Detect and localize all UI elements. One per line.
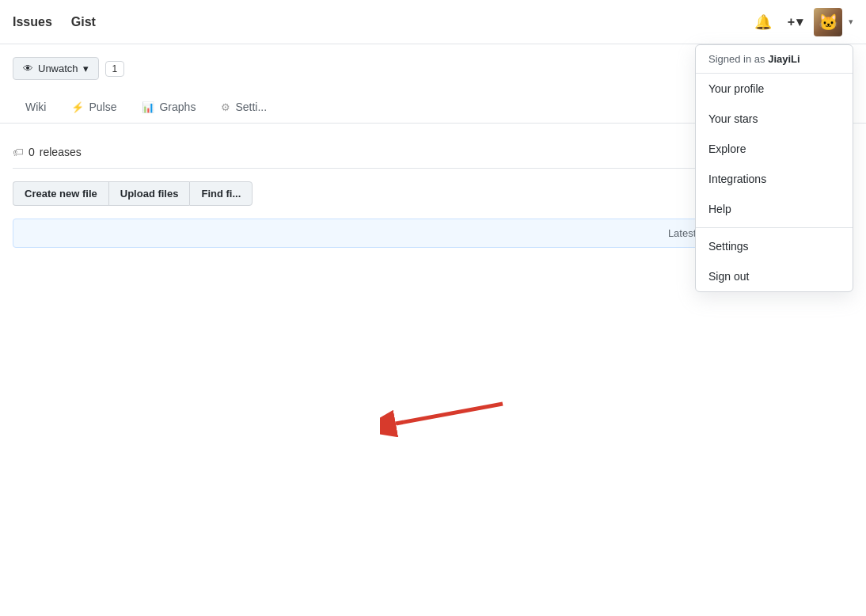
upload-files-button[interactable]: Upload files (108, 181, 190, 206)
nav-right: 🔔 + ▾ 🐱 ▾ (750, 8, 853, 36)
new-menu-button[interactable]: + ▾ (783, 11, 807, 32)
nav-gist[interactable]: Gist (71, 15, 96, 29)
avatar[interactable]: 🐱 (814, 8, 842, 36)
tab-settings[interactable]: ⚙ Setti... (208, 93, 279, 123)
unwatch-button[interactable]: 👁 Unwatch ▾ (13, 57, 99, 80)
nav-left: Issues Gist (13, 15, 96, 29)
sign-out-item[interactable]: Sign out (696, 261, 853, 291)
explore-label: Explore (708, 143, 746, 155)
help-label: Help (708, 203, 731, 215)
your-profile-item[interactable]: Your profile (696, 74, 853, 104)
svg-line-1 (396, 404, 503, 424)
watch-caret-icon: ▾ (83, 63, 89, 74)
dropdown-divider (696, 227, 853, 228)
eye-icon: 👁 (23, 63, 33, 74)
top-nav: Issues Gist 🔔 + ▾ 🐱 ▾ (0, 0, 866, 44)
arrow-annotation (380, 396, 507, 462)
dropdown-header: Signed in as JiayiLi (696, 45, 853, 74)
tab-graphs[interactable]: 📊 Graphs (129, 93, 208, 123)
avatar-caret-icon: ▾ (849, 17, 853, 27)
releases-link[interactable]: 🏷 0 releases (13, 146, 82, 158)
sign-out-label: Sign out (708, 270, 749, 283)
user-dropdown-menu: Signed in as JiayiLi Your profile Your s… (695, 44, 853, 292)
integrations-item[interactable]: Integrations (696, 164, 853, 194)
pulse-icon: ⚡ (71, 101, 84, 113)
tab-pulse[interactable]: ⚡ Pulse (59, 93, 129, 123)
plus-icon: + (788, 15, 795, 29)
your-stars-item[interactable]: Your stars (696, 104, 853, 134)
graphs-icon: 📊 (142, 101, 154, 113)
dropdown-overlay: Signed in as JiayiLi Your profile Your s… (695, 44, 853, 292)
dropdown-username: JiayiLi (768, 53, 800, 65)
your-profile-label: Your profile (708, 82, 764, 95)
integrations-label: Integrations (708, 173, 766, 185)
your-stars-label: Your stars (708, 112, 758, 125)
releases-count: 0 (28, 146, 35, 158)
create-new-file-button[interactable]: Create new file (13, 181, 108, 206)
tab-settings-label: Setti... (235, 101, 267, 113)
signed-in-prefix: Signed in as (708, 53, 768, 65)
watch-count: 1 (105, 61, 125, 77)
find-file-button[interactable]: Find fi... (189, 181, 253, 206)
settings-icon: ⚙ (221, 101, 230, 113)
bell-icon: 🔔 (754, 13, 772, 31)
notification-button[interactable]: 🔔 (750, 10, 777, 34)
settings-label: Settings (708, 240, 749, 253)
help-item[interactable]: Help (696, 194, 853, 224)
unwatch-label: Unwatch (38, 63, 78, 74)
explore-item[interactable]: Explore (696, 134, 853, 164)
tab-pulse-label: Pulse (89, 101, 116, 113)
tab-wiki-label: Wiki (25, 101, 46, 113)
plus-caret-icon: ▾ (796, 14, 803, 29)
releases-label: releases (40, 146, 82, 158)
settings-item[interactable]: Settings (696, 231, 853, 261)
tab-wiki[interactable]: Wiki (13, 93, 59, 123)
arrow-svg (380, 396, 507, 459)
nav-issues[interactable]: Issues (13, 15, 52, 29)
tab-graphs-label: Graphs (159, 101, 196, 113)
tag-icon: 🏷 (13, 146, 24, 158)
